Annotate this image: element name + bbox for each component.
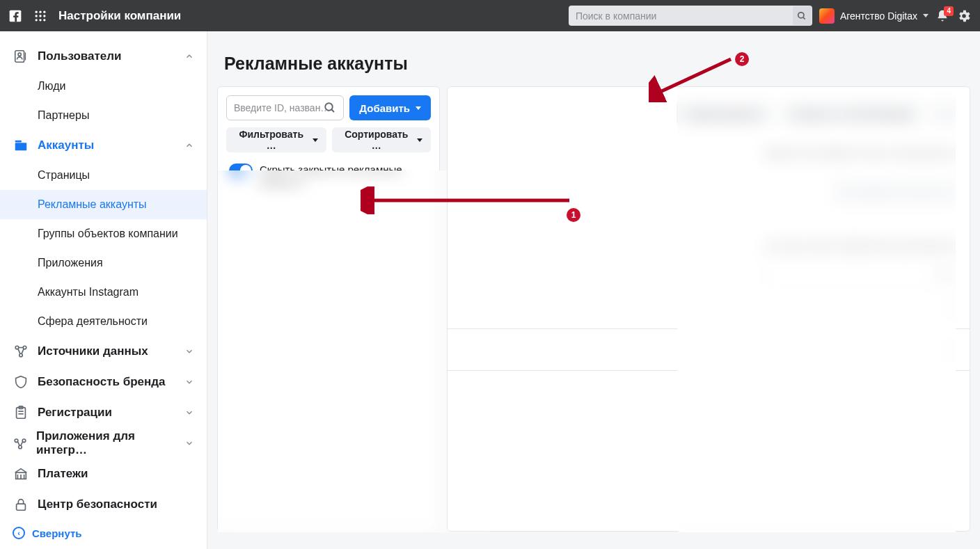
sidebar-item-label: Источники данных [38, 344, 148, 358]
svg-point-33 [844, 189, 848, 192]
svg-point-6 [43, 15, 45, 17]
filter-button[interactable]: Фильтровать … [226, 127, 326, 152]
search-icon [937, 269, 948, 280]
users-icon [13, 48, 29, 65]
collapse-arrow-icon: ‹ [13, 527, 25, 539]
chevron-down-icon [943, 303, 953, 313]
collapse-sidebar-button[interactable]: ‹ Свернуть [13, 527, 82, 539]
svg-point-1 [35, 10, 38, 13]
payment-note: емыми способами оплаты невозможно. [448, 126, 970, 159]
more-actions-button[interactable] [931, 101, 956, 126]
sidebar-item-label: Пользователи [38, 49, 122, 63]
sidebar-item-ad-accounts[interactable]: Рекламные аккаунты [0, 190, 207, 219]
sidebar-item-business-lines[interactable]: Сфера деятельности [0, 307, 207, 336]
add-account-button[interactable]: Добавить [349, 95, 431, 120]
page-header-title: Настройки компании [58, 9, 181, 23]
search-icon [324, 102, 336, 117]
payments-icon [13, 466, 29, 482]
sidebar-item-business-asset-groups[interactable]: Группы объектов компании [0, 219, 207, 248]
sidebar-item-registrations[interactable]: Регистрации [0, 397, 207, 428]
svg-point-8 [39, 19, 41, 21]
hide-closed-accounts-toggle[interactable] [229, 164, 253, 177]
company-search-button[interactable] [793, 6, 812, 25]
svg-rect-14 [15, 143, 27, 150]
permission-row[interactable] [448, 287, 970, 329]
svg-point-17 [23, 346, 26, 349]
accounts-search-input[interactable] [234, 102, 336, 113]
svg-point-3 [43, 10, 45, 13]
open-ads-manager-button[interactable]: Открыть в Ads Manager [781, 101, 924, 126]
svg-point-4 [35, 15, 38, 17]
sidebar-item-partners[interactable]: Партнеры [0, 101, 207, 130]
accounts-search-field[interactable] [226, 95, 344, 120]
accounts-list-panel: Добавить Фильтровать … Сортировать … [217, 86, 440, 532]
chevron-down-icon [184, 408, 194, 417]
sidebar-item-data-sources[interactable]: Источники данных [0, 336, 207, 367]
svg-point-31 [326, 103, 333, 111]
chevron-down-icon [184, 377, 194, 387]
svg-point-25 [19, 445, 22, 449]
sidebar-item-label: Безопасность бренда [38, 375, 166, 389]
sidebar-item-brand-safety[interactable]: Безопасность бренда [0, 367, 207, 397]
svg-point-2 [39, 10, 41, 13]
chevron-down-icon [943, 345, 953, 355]
person-plus-icon [842, 187, 852, 197]
svg-point-7 [35, 19, 38, 21]
sort-button[interactable]: Сортировать … [332, 127, 431, 152]
facebook-logo-icon[interactable] [8, 9, 22, 23]
data-sources-icon [13, 343, 29, 360]
svg-point-9 [43, 19, 45, 21]
svg-point-36 [938, 271, 945, 277]
sidebar-item-apps[interactable]: Приложения [0, 248, 207, 278]
sidebar-item-label: Центр безопасности [38, 498, 157, 511]
svg-rect-15 [15, 141, 22, 143]
chevron-down-icon [184, 438, 194, 448]
sidebar-item-pages[interactable]: Страницы [0, 161, 207, 190]
svg-point-10 [798, 12, 804, 17]
chevron-down-icon [184, 347, 194, 356]
topbar: Настройки компании Агентство Digitax 4 [0, 0, 980, 31]
caret-down-icon [313, 138, 318, 142]
svg-line-32 [332, 109, 335, 112]
caret-down-icon [940, 112, 946, 116]
sidebar-item-security-center[interactable]: Центр безопасности [0, 489, 207, 520]
sidebar-item-label: Аккаунты [38, 138, 94, 152]
shield-icon [13, 374, 29, 390]
sidebar-item-instagram-accounts[interactable]: Аккаунты Instagram [0, 278, 207, 307]
lock-icon [13, 496, 29, 513]
permissions-search[interactable] [761, 262, 956, 287]
permission-row[interactable] [448, 329, 970, 371]
agency-name: Агентство Digitax [840, 10, 917, 22]
sidebar-item-label: Приложения для интегр… [36, 429, 176, 457]
notifications-button[interactable]: 4 [935, 9, 949, 23]
edit-button[interactable]: Редактировать [677, 101, 774, 126]
sidebar-item-label: Платежи [38, 467, 88, 481]
integrations-icon [13, 435, 28, 452]
svg-point-16 [15, 346, 19, 349]
svg-rect-30 [17, 504, 26, 510]
content-area: Рекламные аккаунты Добавить [207, 31, 980, 549]
svg-point-5 [39, 15, 41, 17]
settings-button[interactable] [956, 8, 972, 24]
caret-down-icon [923, 14, 928, 17]
apps-grid-icon[interactable] [33, 9, 47, 23]
svg-line-11 [803, 17, 805, 19]
svg-line-37 [944, 276, 946, 278]
add-objects-button: Добавить объекты [832, 180, 956, 205]
sidebar-item-payments[interactable]: Платежи [0, 459, 207, 489]
agency-avatar-icon [819, 8, 835, 24]
page-title: Рекламные аккаунты [207, 31, 980, 86]
sidebar-item-accounts[interactable]: Аккаунты [0, 130, 207, 161]
company-search-input[interactable] [569, 6, 812, 26]
agency-switcher[interactable]: Агентство Digitax [819, 8, 928, 24]
sidebar-item-users[interactable]: Пользователи [0, 41, 207, 72]
caret-down-icon [417, 138, 422, 142]
clipboard-icon [13, 404, 29, 421]
sidebar-item-integrations[interactable]: Приложения для интегр… [0, 428, 207, 459]
account-detail-panel: Редактировать Открыть в Ads Manager емым… [447, 86, 970, 532]
chevron-up-icon [184, 51, 194, 61]
sidebar-item-people[interactable]: Люди [0, 72, 207, 101]
hide-closed-accounts-label: Скрыть закрытые рекламные аккаунты [260, 164, 428, 190]
notification-count-badge: 4 [944, 6, 954, 16]
company-search[interactable] [569, 6, 812, 26]
